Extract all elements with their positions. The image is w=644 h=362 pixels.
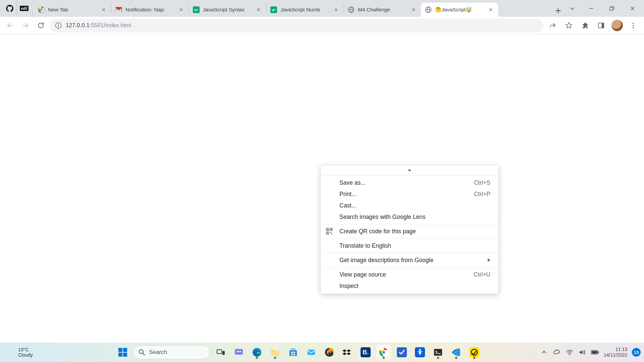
tab-title: 🤔JavaScript🤯 — [435, 7, 484, 13]
tb-chat[interactable] — [231, 345, 246, 360]
svg-rect-31 — [331, 233, 332, 234]
context-save-as[interactable]: Save as... Ctrl+S — [321, 177, 498, 188]
context-inspect[interactable]: Inspect — [321, 280, 498, 292]
tab-title: New Tab — [48, 7, 97, 13]
tb-mail[interactable] — [304, 345, 319, 360]
start-button[interactable] — [116, 346, 129, 359]
tray-wifi[interactable] — [566, 348, 574, 356]
context-item-label: Cast... — [339, 202, 490, 209]
site-info-icon[interactable] — [55, 22, 62, 29]
tb-terminal[interactable] — [431, 345, 445, 360]
svg-point-45 — [238, 351, 239, 352]
tb-edge[interactable] — [250, 345, 264, 360]
gmail-icon — [115, 7, 122, 12]
context-scroll-up[interactable] — [321, 167, 498, 174]
avatar-icon — [611, 20, 623, 31]
dropbox-icon — [342, 347, 353, 357]
tb-vscode[interactable] — [449, 345, 464, 360]
tb-todo[interactable] — [394, 345, 409, 360]
svg-rect-30 — [330, 232, 331, 233]
context-item-label: Print... — [339, 191, 474, 198]
context-separator — [321, 238, 498, 239]
tb-norton[interactable] — [467, 345, 482, 360]
close-icon[interactable]: × — [410, 6, 417, 13]
forward-button[interactable] — [19, 19, 32, 32]
task-view-button[interactable] — [213, 345, 228, 360]
caret-up-icon — [408, 169, 411, 171]
weather-temp: 13°C — [18, 347, 33, 352]
tab-js-numb[interactable]: W³ JavaScript Numb × — [266, 3, 343, 17]
tab-title: Notification: Najc — [125, 7, 174, 13]
share-button[interactable] — [545, 18, 560, 33]
bookmark-button[interactable] — [561, 18, 576, 33]
context-print[interactable]: Print... Ctrl+P — [321, 188, 498, 200]
close-icon[interactable]: × — [255, 6, 262, 13]
wifi-icon — [566, 349, 573, 356]
store-icon — [288, 347, 298, 357]
tab-js-syntax[interactable]: W³ JavaScript Syntax × — [189, 3, 266, 17]
toolbar: 127.0.0.1:5501/index.html — [0, 17, 644, 34]
tab-javascript-active[interactable]: 🤔JavaScript🤯 × — [421, 3, 498, 17]
close-icon[interactable]: × — [333, 6, 339, 13]
tray-time: 11:13 — [615, 347, 627, 352]
tab-gmail[interactable]: Notification: Najc × — [111, 3, 189, 17]
context-item-accel: Ctrl+P — [474, 191, 490, 198]
profile-button[interactable] — [610, 18, 625, 33]
context-qr-code[interactable]: Create QR code for this page — [321, 226, 498, 237]
tb-chrome[interactable] — [376, 345, 391, 360]
tray-battery[interactable] — [591, 348, 599, 356]
folder-icon — [270, 347, 280, 357]
context-separator — [321, 224, 498, 224]
svg-rect-48 — [271, 351, 279, 356]
tray-chevron[interactable] — [540, 348, 548, 356]
tab-title: M4 Challenge — [358, 7, 407, 13]
back-button[interactable] — [3, 19, 17, 32]
weather-widget[interactable]: 13°C Cloudy — [3, 347, 33, 358]
taskbar-right: 11:13 14/11/2022 13 — [540, 347, 641, 358]
tray-onedrive[interactable] — [553, 348, 561, 356]
close-icon[interactable]: × — [487, 6, 494, 13]
weather-text: 13°C Cloudy — [18, 347, 33, 358]
tray-datetime[interactable]: 11:13 14/11/2022 — [604, 347, 627, 358]
svg-point-64 — [419, 349, 421, 351]
context-image-descriptions[interactable]: Get image descriptions from Google — [321, 254, 498, 266]
side-panel-button[interactable] — [594, 18, 608, 33]
maximize-button[interactable] — [602, 2, 622, 15]
notification-badge[interactable]: 13 — [632, 348, 641, 357]
tb-explorer[interactable] — [268, 345, 282, 360]
tb-firefox[interactable] — [322, 345, 337, 360]
taskbar: 13°C Cloudy Search B. — [0, 343, 644, 362]
pinned-tab-github[interactable] — [3, 0, 17, 17]
context-search-lens[interactable]: Search images with Google Lens — [321, 211, 498, 223]
chat-icon — [234, 347, 244, 357]
svg-rect-51 — [291, 352, 293, 353]
tb-accessibility[interactable] — [413, 345, 427, 360]
pinned-tab-edx[interactable]: edX — [17, 0, 31, 17]
extensions-button[interactable] — [578, 18, 592, 33]
taskbar-search[interactable]: Search — [133, 345, 210, 359]
context-cast[interactable]: Cast... — [321, 200, 498, 211]
github-icon — [6, 5, 13, 12]
reload-button[interactable] — [34, 19, 48, 32]
close-window-button[interactable] — [623, 2, 643, 15]
close-icon[interactable]: × — [178, 6, 184, 13]
context-translate[interactable]: Translate to English — [321, 240, 498, 251]
context-view-source[interactable]: View page source Ctrl+U — [321, 269, 498, 280]
tab-search-button[interactable] — [564, 2, 580, 15]
new-tab-button[interactable] — [552, 5, 564, 17]
vscode-icon — [451, 347, 461, 357]
tb-store[interactable] — [286, 345, 301, 360]
menu-button[interactable] — [626, 18, 641, 33]
tab-m4-challenge[interactable]: M4 Challenge × — [344, 3, 421, 17]
b-icon: B. — [361, 347, 371, 357]
tab-new-tab[interactable]: New Tab × — [34, 3, 111, 17]
svg-rect-52 — [293, 352, 295, 353]
context-item-label: Search images with Google Lens — [339, 214, 490, 221]
svg-text:W³: W³ — [272, 8, 276, 12]
close-icon[interactable]: × — [100, 6, 107, 13]
minimize-button[interactable] — [581, 2, 601, 15]
tb-dropbox[interactable] — [340, 345, 355, 360]
tray-volume[interactable] — [578, 348, 586, 356]
address-bar[interactable]: 127.0.0.1:5501/index.html — [50, 19, 543, 32]
tb-bookingcom[interactable]: B. — [358, 345, 373, 360]
